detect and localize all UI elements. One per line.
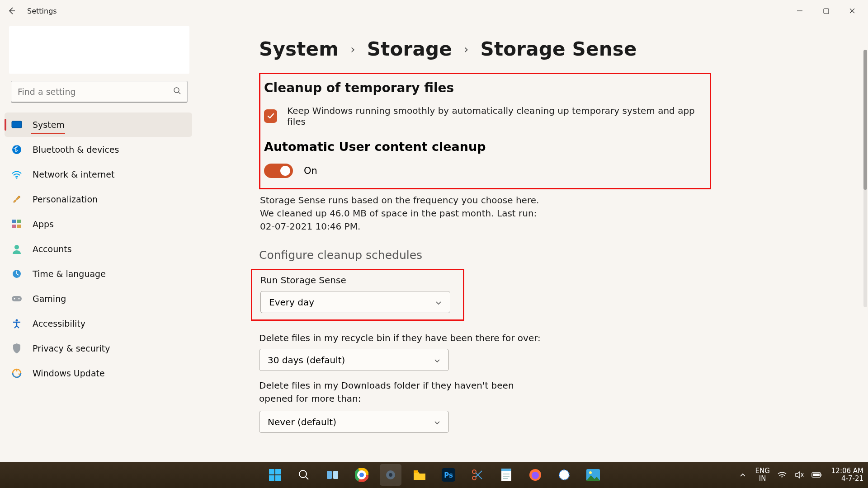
svg-rect-21 [275, 475, 281, 481]
tray-battery[interactable] [811, 470, 821, 480]
sidebar-item-label: Network & internet [33, 169, 114, 179]
svg-point-29 [359, 473, 364, 477]
globe-clock-icon [11, 268, 23, 280]
sidebar-item-update[interactable]: Windows Update [5, 361, 192, 385]
tray-lang-line1: ENG [755, 467, 769, 475]
select-value: Never (default) [268, 417, 336, 427]
svg-rect-38 [501, 469, 511, 471]
svg-point-40 [532, 472, 539, 479]
taskbar-app-1[interactable] [553, 464, 575, 486]
svg-rect-47 [813, 474, 820, 476]
svg-rect-19 [275, 469, 281, 474]
taskbar-settings[interactable] [380, 464, 401, 486]
tray-time: 12:06 AM [831, 467, 863, 475]
sidebar: System Bluetooth & devices Network & int… [0, 22, 201, 462]
sidebar-item-label: Windows Update [33, 368, 105, 378]
chrome-icon [355, 468, 368, 482]
tray-language[interactable]: ENG IN [755, 467, 769, 483]
firefox-icon [528, 468, 542, 482]
taskbar-taskview[interactable] [322, 464, 344, 486]
toggle-knob [280, 166, 290, 176]
chevron-down-icon [435, 297, 442, 308]
auto-cleanup-title: Automatic User content cleanup [264, 140, 703, 154]
chevron-down-icon [434, 355, 440, 366]
breadcrumb-system[interactable]: System [259, 38, 339, 60]
maximize-button[interactable] [813, 2, 839, 19]
gear-icon [384, 469, 397, 481]
folder-icon [413, 469, 426, 481]
sidebar-item-system[interactable]: System [5, 113, 192, 137]
sidebar-item-privacy[interactable]: Privacy & security [5, 336, 192, 361]
select-value: 30 days (default) [268, 355, 345, 366]
taskbar-chrome[interactable] [351, 464, 373, 486]
svg-rect-46 [821, 474, 821, 476]
tray-date: 4-7-21 [831, 475, 863, 483]
svg-text:Ps: Ps [444, 471, 453, 479]
scissors-icon [472, 469, 483, 481]
downloads-select[interactable]: Never (default) [259, 411, 449, 433]
svg-rect-32 [414, 470, 418, 473]
user-card[interactable] [9, 26, 189, 74]
window-title: Settings [27, 7, 57, 15]
check-icon [267, 112, 275, 120]
tray-wifi[interactable] [777, 470, 787, 480]
chevron-up-icon [740, 473, 746, 477]
svg-rect-8 [12, 225, 16, 228]
tray-lang-line2: IN [755, 475, 769, 483]
taskbar-firefox[interactable] [524, 464, 546, 486]
sidebar-item-bluetooth[interactable]: Bluetooth & devices [5, 137, 192, 162]
taskbar-notepad[interactable] [495, 464, 517, 486]
start-button[interactable] [264, 464, 286, 486]
svg-point-10 [14, 245, 19, 249]
svg-rect-24 [333, 471, 338, 479]
minimize-button[interactable] [787, 2, 813, 19]
tray-volume[interactable] [794, 470, 804, 480]
search-field[interactable] [11, 81, 188, 103]
taskbar-photos[interactable] [582, 464, 604, 486]
taskbar-snip[interactable] [467, 464, 488, 486]
scrollbar-thumb[interactable] [863, 50, 867, 190]
svg-rect-6 [12, 220, 16, 223]
svg-rect-20 [269, 475, 274, 481]
chevron-right-icon: › [350, 42, 355, 56]
svg-point-31 [389, 473, 392, 477]
svg-rect-18 [269, 469, 274, 474]
maximize-icon [823, 8, 829, 14]
sidebar-item-label: Accounts [33, 244, 72, 254]
svg-point-22 [299, 470, 307, 478]
sidebar-item-apps[interactable]: Apps [5, 212, 192, 236]
brush-icon [11, 193, 23, 205]
breadcrumb-current: Storage Sense [481, 38, 637, 60]
run-storage-sense-select[interactable]: Every day [260, 291, 450, 313]
sidebar-item-time[interactable]: Time & language [5, 262, 192, 286]
taskbar-search[interactable] [293, 464, 315, 486]
sidebar-item-personalization[interactable]: Personalization [5, 187, 192, 211]
auto-cleanup-toggle[interactable] [264, 164, 293, 178]
sidebar-item-label: Time & language [33, 269, 106, 279]
sidebar-item-label: Apps [33, 219, 54, 229]
svg-rect-37 [501, 470, 511, 481]
back-arrow-icon [7, 6, 16, 15]
shield-icon [11, 343, 23, 354]
breadcrumb-storage[interactable]: Storage [367, 38, 452, 60]
taskbar-explorer[interactable] [409, 464, 430, 486]
cleanup-checkbox[interactable] [264, 109, 277, 123]
svg-point-5 [16, 178, 18, 179]
recycle-bin-select[interactable]: 30 days (default) [259, 349, 449, 371]
tray-overflow[interactable] [738, 470, 748, 480]
sidebar-item-accessibility[interactable]: Accessibility [5, 311, 192, 336]
sidebar-item-network[interactable]: Network & internet [5, 162, 192, 187]
person-icon [11, 243, 23, 255]
close-button[interactable] [839, 2, 865, 19]
search-input[interactable] [11, 81, 188, 103]
sidebar-item-accounts[interactable]: Accounts [5, 237, 192, 261]
sidebar-item-label: Bluetooth & devices [33, 145, 119, 155]
wifi-icon [778, 471, 787, 479]
minimize-icon [797, 8, 803, 14]
scrollbar[interactable] [863, 50, 867, 307]
tray-clock[interactable]: 12:06 AM 4-7-21 [831, 467, 863, 483]
back-button[interactable] [3, 2, 21, 20]
taskbar-photoshop[interactable]: Ps [438, 464, 459, 486]
search-icon [173, 87, 181, 97]
sidebar-item-gaming[interactable]: Gaming [5, 286, 192, 311]
